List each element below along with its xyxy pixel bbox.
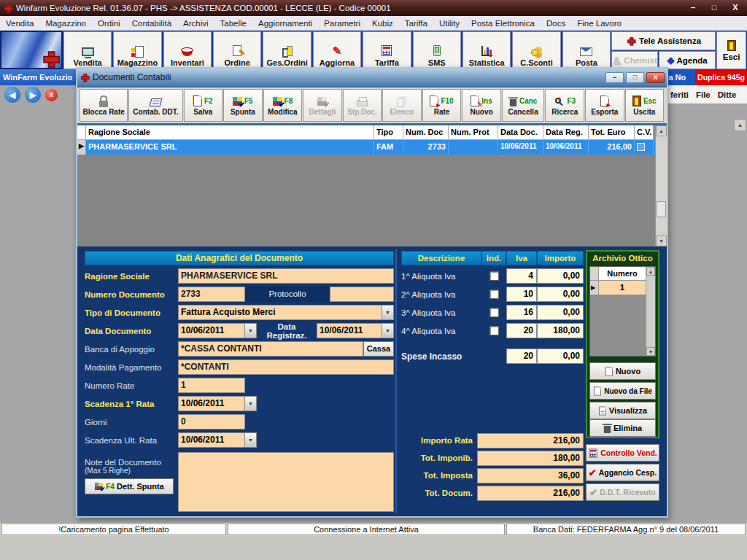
iva-2-input[interactable]: 10 <box>506 287 537 302</box>
iva-1-input[interactable]: 4 <box>506 268 537 284</box>
banca-appoggio-input[interactable]: *CASSA CONTANTI <box>178 341 363 357</box>
aggancio-cesp-button[interactable]: ✔ Aggancio Cesp. <box>586 464 659 481</box>
menu-preferiti-partial[interactable]: feriti <box>670 90 689 99</box>
stop-button[interactable]: x <box>45 89 58 101</box>
spese-iva-input[interactable]: 20 <box>506 349 537 364</box>
toolbar-inventari-button[interactable]: Inventari <box>163 31 212 69</box>
cassa-button[interactable]: Cassa <box>363 341 394 357</box>
menu-file[interactable]: File <box>696 90 711 99</box>
archivio-scrollbar[interactable]: ▲ ▼ <box>646 267 655 356</box>
giorni-input[interactable]: 0 <box>178 414 245 429</box>
numero-rate-input[interactable]: 1 <box>178 378 245 393</box>
col-cv[interactable]: C.V. <box>635 125 654 140</box>
archivio-col-numero[interactable]: Numero <box>599 267 646 281</box>
data-registraz-select[interactable]: 10/06/2011 ▼ <box>317 323 394 338</box>
col-tot-euro[interactable]: Tot. Euro <box>589 125 635 140</box>
grid-selected-row[interactable]: ▶ PHARMASERVICE SRL FAM 2733 10/06/2011 … <box>77 140 655 155</box>
protocollo-input[interactable] <box>330 287 394 302</box>
menu-aggiornamenti[interactable]: Aggiornamenti <box>252 19 318 28</box>
dialog-maximize-button[interactable]: □ <box>626 72 644 83</box>
uscita-button[interactable]: Esc Uscita <box>625 89 665 122</box>
importo-4-input[interactable]: 180,00 <box>537 323 584 338</box>
forward-button[interactable]: ▶ <box>25 87 41 103</box>
maximize-button[interactable]: □ <box>705 2 724 14</box>
importo-2-input[interactable]: 0,00 <box>537 287 584 302</box>
cv-checkbox[interactable] <box>637 143 645 151</box>
toolbar-sms-button[interactable]: SMS <box>413 31 461 69</box>
col-data-doc[interactable]: Data Doc. <box>498 125 543 140</box>
chevron-down-icon[interactable]: ▼ <box>244 432 257 448</box>
toolbar-magazzino-button[interactable]: Magazzino <box>113 31 161 69</box>
numero-documento-input[interactable]: 2733 <box>178 287 245 302</box>
salva-button[interactable]: F2 Salva <box>184 89 223 122</box>
menu-archivi[interactable]: Archivi <box>177 19 214 28</box>
scroll-thumb[interactable] <box>657 201 666 217</box>
modifica-button[interactable]: F8 Modifica <box>263 89 303 122</box>
ind-checkbox-3[interactable] <box>489 308 499 317</box>
duplica-badge[interactable]: Duplica 945g <box>695 69 747 85</box>
grid-scrollbar[interactable]: ▲ ▼ <box>655 125 667 246</box>
iva-3-input[interactable]: 16 <box>506 305 537 320</box>
tipo-documento-select[interactable]: Fattura Acquisto Merci ▼ <box>178 305 394 320</box>
scroll-up-icon[interactable]: ▲ <box>656 125 667 136</box>
rate-button[interactable]: F10 Rate <box>422 89 462 122</box>
toolbar-statistica-button[interactable]: Statistica <box>462 31 511 69</box>
scadenza-1-rata-select[interactable]: 10/06/2011 ▼ <box>178 396 257 411</box>
menu-docs[interactable]: Docs <box>541 19 571 28</box>
col-num-prot[interactable]: Num. Prot <box>449 125 498 140</box>
esporta-button[interactable]: Esporta <box>585 89 624 122</box>
col-data-reg[interactable]: Data Reg. <box>543 125 589 140</box>
close-button[interactable]: X <box>726 2 745 14</box>
menu-kubiz[interactable]: Kubiz <box>366 19 399 28</box>
esci-button[interactable]: Esci <box>716 31 746 69</box>
toolbar-tariffa-button[interactable]: Tariffa <box>363 31 411 69</box>
scadenza-ult-rata-select[interactable]: 10/06/2011 ▼ <box>178 432 257 448</box>
blocca-rate-button[interactable]: Blocca Rate <box>80 89 128 122</box>
toolbar-posta-button[interactable]: Posta <box>562 31 611 69</box>
toolbar-aggiorna-button[interactable]: ✎ Aggiorna <box>313 31 361 69</box>
menu-utility[interactable]: Utility <box>433 19 465 28</box>
nuovo-button[interactable]: Ins Nuovo <box>462 89 501 122</box>
scroll-down-icon[interactable]: ▼ <box>646 347 655 356</box>
minimize-button[interactable]: – <box>684 2 703 14</box>
toolbar-vendita-button[interactable]: Vendita <box>63 31 112 69</box>
toolbar-gesordini-button[interactable]: Ges.Ordini <box>263 31 311 69</box>
col-num-doc[interactable]: Num. Doc <box>403 125 449 140</box>
toolbar-ordine-button[interactable]: Ordine <box>213 31 261 69</box>
back-button[interactable]: ◀ <box>4 87 20 103</box>
archivio-nuovo-button[interactable]: Nuovo <box>589 362 656 380</box>
note-documento-textarea[interactable] <box>178 452 394 512</box>
importo-1-input[interactable]: 0,00 <box>537 268 584 284</box>
archivio-elimina-button[interactable]: Elimina <box>589 419 656 437</box>
menu-ordini[interactable]: Ordini <box>92 19 126 28</box>
cancella-button[interactable]: Canc Cancella <box>502 89 545 122</box>
menu-magazzino[interactable]: Magazzino <box>39 19 92 28</box>
dialog-minimize-button[interactable]: – <box>605 72 624 83</box>
iva-4-input[interactable]: 20 <box>506 323 537 338</box>
tele-assistenza-button[interactable]: Tele Assistenza <box>611 31 716 50</box>
menu-vendita[interactable]: Vendita <box>0 19 39 28</box>
dialog-close-button[interactable]: X <box>646 72 665 83</box>
scroll-up-icon[interactable]: ▲ <box>646 267 655 276</box>
menu-ditte[interactable]: Ditte <box>718 90 737 99</box>
importo-3-input[interactable]: 0,00 <box>537 305 584 320</box>
menu-contabilita[interactable]: Contabilità <box>126 19 177 28</box>
col-tipo[interactable]: Tipo <box>374 125 403 140</box>
toolbar-csconti-button[interactable]: C.Sconti <box>512 31 560 69</box>
ind-checkbox-2[interactable] <box>489 289 499 299</box>
chevron-down-icon[interactable]: ▼ <box>382 323 394 338</box>
ind-checkbox-4[interactable] <box>489 326 499 335</box>
contab-ddt-button[interactable]: Contab. DDT. <box>128 89 182 122</box>
data-documento-select[interactable]: 10/06/2011 ▼ <box>178 323 257 338</box>
controllo-vend-button[interactable]: Controllo Vend. <box>586 444 659 462</box>
menu-tabelle[interactable]: Tabelle <box>214 19 252 28</box>
archivio-nuovo-da-file-button[interactable]: Nuovo da File <box>589 382 656 400</box>
chevron-down-icon[interactable]: ▼ <box>244 323 257 338</box>
dett-spunta-button[interactable]: F4 Dett. Spunta <box>85 478 174 494</box>
modalita-pagamento-input[interactable]: *CONTANTI <box>178 359 394 375</box>
scroll-down-icon[interactable]: ▼ <box>656 236 667 246</box>
menu-parametri[interactable]: Parametri <box>318 19 366 28</box>
ind-checkbox-1[interactable] <box>489 271 499 281</box>
archivio-visualizza-button[interactable]: Visualizza <box>589 402 656 419</box>
menu-posta-elettronica[interactable]: Posta Elettronica <box>465 19 541 28</box>
